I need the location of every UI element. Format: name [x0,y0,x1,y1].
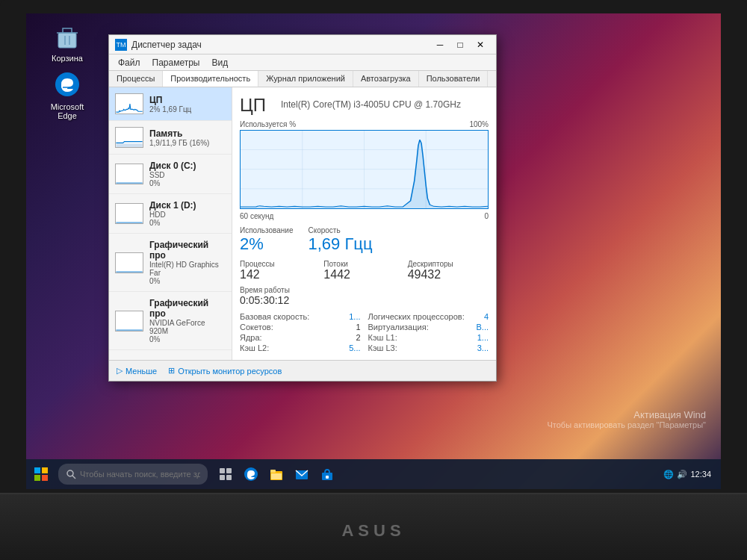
disk1-type: HDD [149,211,226,219]
task-view-button[interactable] [215,464,236,485]
cores-key: Ядра: [240,333,262,342]
sidebar-item-disk1[interactable]: Диск 1 (D:) HDD 0% [109,194,232,234]
minimize-button[interactable]: ─ [430,37,450,52]
explorer-taskbar-button[interactable] [266,464,287,485]
cache-l3-val: 3... [477,343,489,352]
processes-stat: Процессы 142 [240,260,320,281]
uptime-label: Время работы [240,286,489,294]
svg-point-22 [67,470,73,476]
maximize-button[interactable]: □ [450,37,470,52]
cpu-header: ЦП Intel(R) Core(TM) i3-4005U CPU @ 1.70… [240,95,489,116]
chart-time-label: 60 секунд 0 [240,212,489,220]
window-title: Диспетчер задач [131,40,430,50]
cache-l3-row: Кэш L3: 3... [368,343,489,352]
edge-taskbar-button[interactable] [241,464,261,485]
svg-rect-6 [116,143,142,147]
recycle-icon [52,21,82,51]
taskbar-network-icon: 🌐 [663,470,674,479]
cores-row: Ядра: 2 [240,333,361,342]
svg-rect-34 [326,476,329,479]
gpu1-usage: 0% [149,335,226,343]
svg-rect-24 [220,468,225,473]
cpu-model: Intel(R) Core(TM) i3-4005U CPU @ 1.70GHz [281,99,461,110]
taskbar-time: 12:34 [690,470,711,479]
menu-params[interactable]: Параметры [146,56,206,69]
usage-group: Использование 2% [240,226,293,254]
sidebar-item-gpu1[interactable]: Графический про NVIDIA GeForce 920M 0% [109,292,232,350]
svg-rect-1 [58,33,76,48]
taskbar-search[interactable] [58,464,208,485]
logical-row: Логических процессоров: 4 [368,312,489,321]
menubar: Файл Параметры Вид [109,55,496,71]
sidebar-item-disk0[interactable]: Диск 0 (C:) SSD 0% [109,155,232,194]
start-button[interactable] [30,463,52,485]
sockets-val: 1 [356,323,360,332]
tab-performance[interactable]: Производительность [163,71,258,87]
store-taskbar-button[interactable] [317,464,338,485]
virt-key: Виртуализация: [368,323,429,332]
sidebar-item-cpu[interactable]: ЦП 2% 1,69 Гцц [109,87,232,121]
less-button[interactable]: ▷ Меньше [117,366,157,376]
base-speed-row: Базовая скорость: 1... [240,312,361,321]
window-controls: ─ □ ✕ [430,37,490,52]
memory-thumb [115,127,143,148]
search-input[interactable] [80,470,200,479]
logical-key: Логических процессоров: [368,312,465,321]
disk0-type: SSD [149,171,226,179]
mail-taskbar-button[interactable] [291,464,312,485]
less-label: Меньше [125,367,157,376]
memory-name: Память [149,128,226,139]
tab-details[interactable]: Подробности [488,71,496,87]
desktop-icon-edge[interactable]: Microsoft Edge [41,69,93,120]
taskbar: 🌐 🔊 12:34 [26,459,721,489]
svg-rect-18 [34,467,40,473]
open-monitor-button[interactable]: ⊞ Открыть монитор ресурсов [168,366,282,376]
cpu-section-title: ЦП [240,95,266,116]
desktop-icon-recycle[interactable]: Корзина [41,21,93,63]
speed-group: Скорость 1,69 Гцц [308,226,372,254]
cpu-thumb [115,93,143,114]
svg-rect-30 [270,470,276,473]
gpu1-thumb [115,311,143,332]
usage-label: Использование [240,226,293,234]
disk1-usage: 0% [149,219,226,227]
cache-l1-key: Кэш L1: [368,333,397,342]
chart-label-usage: Используется % [240,120,296,128]
svg-rect-19 [42,467,48,473]
handles-label: Дескрипторы [408,260,489,268]
sidebar-item-memory[interactable]: Память 1,9/11,9 ГБ (16%) [109,121,232,155]
task-manager-window: TM Диспетчер задач ─ □ ✕ Файл Параметры … [108,34,497,382]
tabs-bar: Процессы Производительность Журнал прило… [109,71,496,87]
menu-file[interactable]: Файл [112,56,146,69]
tab-app-history[interactable]: Журнал приложений [258,71,353,87]
svg-line-23 [72,476,75,479]
cores-val: 2 [356,333,360,342]
threads-value: 1442 [323,268,404,281]
logical-val: 4 [484,312,489,321]
cache-l3-key: Кэш L3: [368,343,397,352]
activation-watermark: Активация Wind Чтобы активировать раздел… [547,409,706,429]
menu-view[interactable]: Вид [205,56,234,69]
monitor-label: Открыть монитор ресурсов [178,367,282,376]
sidebar-item-gpu0[interactable]: Графический про Intel(R) HD Graphics Far… [109,234,232,292]
disk0-name: Диск 0 (C:) [149,161,226,171]
processes-label: Процессы [240,260,320,268]
tab-processes[interactable]: Процессы [109,71,163,87]
gpu0-name: Графический про [149,240,226,261]
speed-label: Скорость [308,226,372,234]
cpu-details: Базовая скорость: 1... Логических процес… [240,312,489,352]
gpu0-usage: 0% [149,277,226,285]
tab-startup[interactable]: Автозагрузка [353,71,419,87]
cpu-usage-speed: Использование 2% Скорость 1,69 Гцц [240,226,489,254]
svg-rect-10 [116,311,142,331]
virt-row: Виртуализация: В... [368,323,489,332]
gpu1-name: Графический про [149,298,226,319]
cache-l2-key: Кэш L2: [240,343,269,352]
close-button[interactable]: ✕ [471,37,490,52]
disk0-usage: 0% [149,179,226,187]
cache-l1-val: 1... [477,333,489,342]
disk1-thumb [115,203,143,224]
edge-icon-label: Microsoft Edge [41,102,93,120]
tab-users[interactable]: Пользователи [419,71,489,87]
uptime-value: 0:05:30:12 [240,294,489,306]
